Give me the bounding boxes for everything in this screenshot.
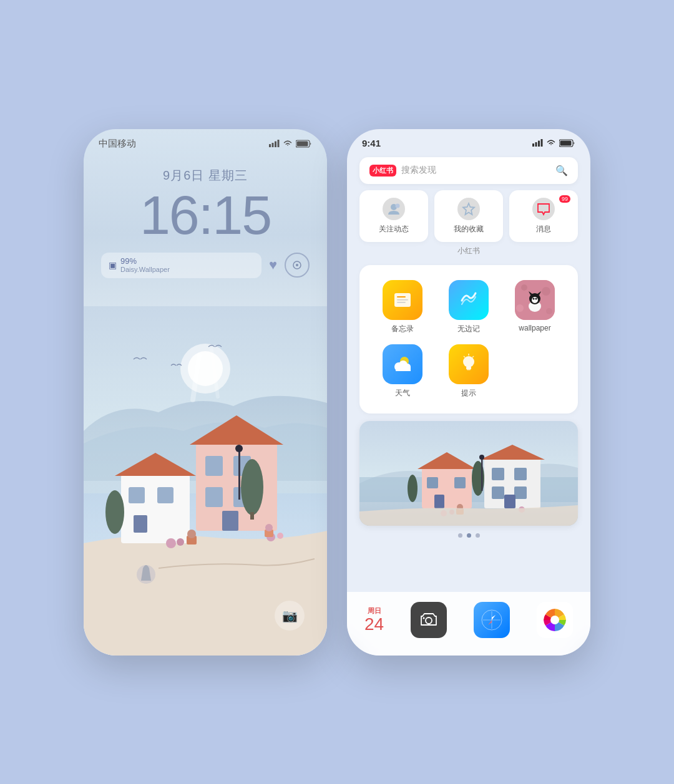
wallpaper-app-icon (515, 280, 555, 320)
svg-point-51 (516, 304, 524, 312)
svg-point-91 (423, 617, 425, 619)
svg-point-95 (550, 616, 559, 624)
svg-rect-1 (272, 143, 274, 147)
message-label: 消息 (536, 224, 551, 235)
ring-icon[interactable] (285, 253, 310, 278)
svg-rect-75 (514, 486, 527, 499)
search-widget[interactable]: 小红书 搜索发现 🔍 (359, 157, 578, 184)
weather-app-icon (383, 344, 422, 384)
battery-info: 99% Daisy.Wallpaper (120, 256, 170, 274)
dock-photos[interactable] (537, 602, 573, 638)
lock-screen-phone: 中国移动 (84, 129, 327, 656)
svg-point-28 (277, 533, 283, 539)
lock-date: 9月6日 星期三 (84, 167, 327, 184)
signal-icon (269, 140, 280, 147)
svg-point-24 (105, 490, 124, 534)
svg-rect-80 (434, 495, 444, 508)
svg-point-57 (535, 298, 537, 299)
wallpaper-label: wallpaper (519, 324, 550, 332)
quick-link-collect[interactable]: 我的收藏 (434, 190, 503, 242)
svg-rect-65 (467, 369, 471, 370)
battery-percent: 99% (120, 256, 170, 266)
svg-line-67 (472, 356, 474, 357)
svg-rect-73 (514, 468, 527, 480)
svg-point-26 (177, 538, 184, 546)
svg-line-68 (464, 356, 465, 357)
svg-point-50 (542, 287, 550, 296)
notes-app-icon (383, 280, 422, 320)
battery-widget-icon: ▣ (109, 260, 117, 270)
app-item-wubianji[interactable]: 无边记 (436, 275, 502, 339)
svg-rect-45 (397, 296, 406, 298)
svg-rect-21 (134, 515, 147, 533)
svg-point-43 (396, 203, 400, 208)
svg-rect-17 (222, 511, 238, 531)
svg-rect-41 (560, 140, 572, 145)
svg-rect-88 (481, 458, 483, 491)
svg-rect-3 (278, 140, 280, 147)
dot-1 (458, 533, 462, 538)
svg-point-82 (408, 475, 418, 502)
collect-label: 我的收藏 (454, 224, 484, 235)
weather-label: 天气 (395, 388, 410, 399)
follow-label: 关注动态 (379, 224, 409, 235)
wubianji-label: 无边记 (457, 324, 480, 334)
svg-rect-79 (454, 477, 466, 488)
svg-point-55 (532, 297, 538, 303)
svg-rect-13 (205, 456, 223, 476)
message-badge: 99 (559, 195, 570, 203)
dot-2 (467, 533, 471, 538)
quick-link-follow[interactable]: 关注动态 (359, 190, 428, 242)
heart-icon[interactable]: ♥ (269, 257, 277, 273)
svg-rect-0 (269, 144, 271, 147)
lock-time: 16:15 (84, 188, 327, 243)
search-placeholder: 搜索发现 (401, 165, 550, 176)
home-wifi-icon (546, 139, 556, 147)
app-item-tips[interactable]: 提示 (436, 339, 502, 404)
svg-rect-38 (538, 141, 540, 147)
phones-container: 中国移动 (84, 129, 590, 656)
svg-rect-15 (205, 487, 223, 507)
photo-strip (359, 421, 578, 526)
dock-calendar-num: 24 (364, 616, 384, 633)
svg-point-34 (235, 445, 243, 452)
app-item-notes[interactable]: 备忘录 (369, 275, 436, 339)
carrier-label: 中国移动 (99, 138, 136, 150)
wubianji-app-icon (449, 280, 489, 320)
svg-point-32 (265, 524, 273, 531)
wifi-icon (283, 140, 293, 147)
svg-rect-78 (427, 477, 438, 488)
home-status-icons (532, 139, 575, 147)
svg-point-22 (241, 459, 263, 515)
svg-point-49 (521, 284, 527, 291)
svg-point-7 (296, 264, 298, 266)
app-item-wallpaper[interactable]: wallpaper (502, 275, 568, 339)
svg-rect-19 (129, 487, 145, 503)
svg-point-52 (546, 308, 552, 314)
svg-rect-5 (297, 141, 308, 146)
svg-point-25 (166, 538, 176, 548)
quick-links-row: 关注动态 我的收藏 99 消息 (359, 190, 578, 242)
battery-icon (296, 140, 312, 148)
svg-rect-37 (535, 142, 537, 147)
lock-camera-button[interactable]: 📷 (275, 601, 305, 631)
svg-rect-46 (397, 299, 408, 301)
svg-rect-2 (275, 142, 276, 148)
search-icon[interactable]: 🔍 (555, 165, 568, 177)
svg-rect-47 (397, 302, 406, 303)
svg-rect-20 (157, 487, 173, 503)
lock-bottom-controls: 📷 (84, 601, 327, 631)
lock-status-bar: 中国移动 (84, 129, 327, 150)
home-screen-phone: 9:41 (347, 129, 590, 656)
home-status-bar: 9:41 (347, 129, 590, 148)
quick-link-message[interactable]: 99 消息 (509, 190, 578, 242)
dock-calendar[interactable]: 周日 24 (364, 606, 384, 633)
dock-safari[interactable] (474, 602, 510, 638)
svg-rect-23 (250, 512, 254, 520)
app-grid: 备忘录 无边记 (359, 265, 578, 414)
dock-camera[interactable] (411, 602, 447, 638)
svg-rect-33 (238, 450, 240, 500)
dot-3 (476, 533, 480, 538)
lock-status-icons (269, 140, 312, 148)
app-item-weather[interactable]: 天气 (369, 339, 436, 404)
